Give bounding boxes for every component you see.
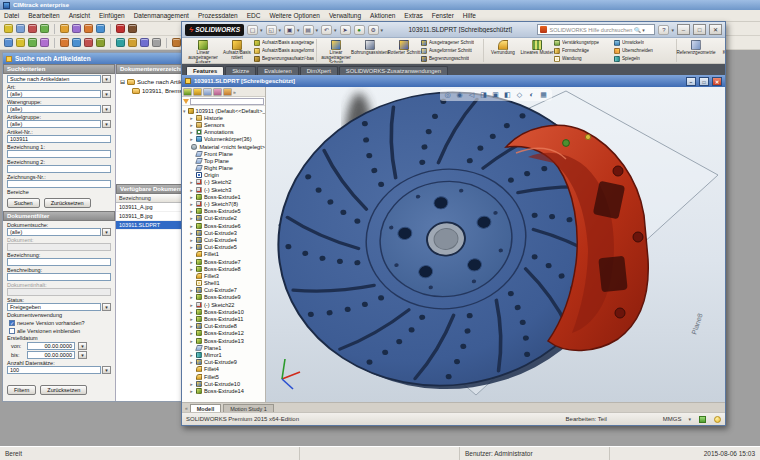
ribbon-button[interactable]: Wandung [554, 55, 614, 62]
help-search-box[interactable]: SOLIDWORKS Hilfe durchsuchen 🔍 ▾ [537, 24, 655, 35]
chevron-down-icon[interactable]: ▾ [642, 27, 645, 33]
tree-expander[interactable]: ▸ [189, 388, 194, 394]
tree-expander[interactable]: ▸ [189, 316, 194, 322]
toolbar-icon[interactable] [96, 38, 105, 47]
tree-expander[interactable]: ▸ [189, 194, 194, 200]
chevron-down-icon[interactable]: ▾ [102, 105, 111, 113]
ribbon-button[interactable]: Verstärkungsrippe [554, 39, 614, 46]
chevron-down-icon[interactable]: ▾ [102, 75, 111, 83]
tree-expander[interactable]: ▸ [189, 323, 194, 329]
tree-expander[interactable]: ▸ [189, 359, 194, 365]
chevron-down-icon[interactable]: ▾ [102, 120, 111, 128]
tab-motion-study-1[interactable]: Motion Study 1 [223, 404, 274, 412]
feature-tree-item[interactable]: ▸Cut-Extrude9 [182, 359, 265, 366]
ribbon-button[interactable]: Verrundung [486, 39, 520, 62]
feature-tree-item[interactable]: Fillet4 [182, 366, 265, 373]
ribbon-button[interactable]: Formschräge [554, 47, 614, 54]
feature-tree-item[interactable]: ▸Volumenkörper(36) [182, 136, 265, 143]
tree-expander[interactable]: ▸ [189, 136, 194, 142]
checkbox-icon[interactable] [9, 328, 15, 334]
options-icon[interactable]: ⚙ [368, 25, 379, 35]
tree-expander[interactable]: ▸ [189, 187, 194, 193]
new-document-icon[interactable]: ▢ [247, 25, 258, 35]
toolbar-icon[interactable] [152, 38, 161, 47]
tree-expander[interactable]: ▸ [189, 237, 194, 243]
toolbar-icon[interactable] [40, 38, 49, 47]
feature-tree-item[interactable]: ▸Boss-Extrude9 [182, 294, 265, 301]
feature-tree-item[interactable]: ▸Boss-Extrude14 [182, 387, 265, 394]
tab-dimxpert[interactable]: DimXpert [300, 66, 338, 75]
tree-expander[interactable]: ▸ [189, 266, 194, 272]
toolbar-icon[interactable] [72, 24, 81, 33]
tab-modell[interactable]: Modell [190, 404, 221, 412]
field-value[interactable] [7, 180, 111, 188]
save-icon[interactable]: ▣ [284, 25, 295, 35]
tree-expander[interactable]: ▸ [189, 287, 194, 293]
reset-button[interactable]: Zurücksetzen [44, 198, 91, 208]
undo-icon[interactable]: ↶ [321, 25, 332, 35]
tree-filter-input[interactable] [190, 98, 264, 105]
filter-funnel-icon[interactable] [183, 99, 189, 104]
feature-tree-item[interactable]: Shell1 [182, 280, 265, 287]
menu-item-fenster[interactable]: Fenster [432, 12, 454, 19]
field-value[interactable] [7, 165, 111, 173]
tab-solidworks-zusatzanwendungen[interactable]: SOLIDWORKS-Zusatzanwendungen [339, 66, 448, 75]
feature-tree-item[interactable]: ▸Annotations [182, 129, 265, 136]
feature-tree-item[interactable]: ▸Sensors [182, 121, 265, 128]
feature-tree-item[interactable]: ▸(-) Sketch7(8) [182, 200, 265, 207]
toolbar-icon[interactable] [84, 24, 93, 33]
close-button[interactable]: ✕ [709, 24, 722, 35]
menu-item-prozessdaten[interactable]: Prozessdaten [198, 12, 238, 19]
apply-scene-icon[interactable]: ▦ [539, 90, 549, 100]
tree-expander[interactable]: ▸ [189, 215, 194, 221]
records-value[interactable]: 100 [7, 366, 101, 374]
ribbon-button[interactable]: Bohrungsassistent [353, 39, 387, 62]
menu-item-weitere optionen[interactable]: Weitere Optionen [269, 12, 319, 19]
help-icon[interactable]: ? [658, 25, 669, 35]
ribbon-button[interactable]: Begrenzungsaufsatz/-basis [254, 55, 314, 62]
display-manager-tab-icon[interactable] [223, 88, 232, 96]
graphics-viewport[interactable]: ◎ ◉ ◁ ◨ ▣ ◧ ◇ ◐ ▦ [266, 87, 725, 402]
tree-expander[interactable]: ⊟ [120, 78, 125, 85]
feature-manager-tab-icon[interactable] [183, 88, 192, 96]
toolbar-icon[interactable] [4, 38, 13, 47]
tree-expander[interactable]: ▸ [189, 115, 194, 121]
doc-restore-button[interactable]: □ [699, 77, 709, 86]
tree-expander[interactable]: ▸ [189, 223, 194, 229]
select-icon[interactable]: ➤ [340, 25, 351, 35]
document-titlebar[interactable]: 103911.SLDPRT [Schreibgeschützt] – □ ✕ [182, 75, 725, 87]
feature-tree-item[interactable]: ▸Cut-Extrude3 [182, 229, 265, 236]
doc-close-button[interactable]: ✕ [712, 77, 722, 86]
feature-tree-item[interactable]: ▸Boss-Extrude5 [182, 208, 265, 215]
menu-item-aktionen[interactable]: Aktionen [370, 12, 395, 19]
feature-tree-item[interactable]: ▸Cut-Extrude7 [182, 287, 265, 294]
dimxpert-manager-tab-icon[interactable] [213, 88, 222, 96]
toolbar-icon[interactable] [60, 24, 69, 33]
ribbon-button[interactable]: Überschneiden [614, 47, 674, 54]
ribbon-button[interactable]: Linear ausgetragener Schnitt [319, 39, 353, 62]
3d-scene[interactable]: Plane8 [266, 87, 724, 400]
ribbon-button[interactable]: Aufsatz/Basis ausgeformt [254, 47, 314, 54]
menu-item-datei[interactable]: Datei [4, 12, 19, 19]
tree-expander[interactable]: ▸ [189, 294, 194, 300]
date-from-value[interactable]: 00.00.0000 [27, 342, 75, 350]
feature-tree-item[interactable]: ▸Cut-Extrude8 [182, 323, 265, 330]
doc-minimize-button[interactable]: – [686, 77, 696, 86]
feature-tree-item[interactable]: ▸Boss-Extrude8 [182, 265, 265, 272]
feature-tree-item[interactable]: ▸Cut-Extrude10 [182, 380, 265, 387]
more-tabs-icon[interactable]: » [233, 89, 236, 95]
feature-tree-item[interactable]: ▸Mirror1 [182, 351, 265, 358]
menu-item-einfügen[interactable]: Einfügen [99, 12, 125, 19]
ribbon-button[interactable]: Ausgeformter Schnitt [421, 47, 481, 54]
reset2-button[interactable]: Zurücksetzen [40, 385, 87, 395]
toolbar-icon[interactable] [28, 38, 37, 47]
checkbox-icon[interactable]: ✓ [9, 320, 15, 326]
tree-expander[interactable]: ▸ [189, 309, 194, 315]
configuration-manager-tab-icon[interactable] [203, 88, 212, 96]
chevron-down-icon[interactable]: ▾ [102, 228, 111, 236]
ribbon-button[interactable]: Aufsatz/Basis ausgetragen [254, 39, 314, 46]
feature-tree-item[interactable]: Fillet5 [182, 373, 265, 380]
tree-expander[interactable]: ▸ [189, 352, 194, 358]
toolbar-icon[interactable] [72, 38, 81, 47]
field-value[interactable]: (alle) [7, 228, 101, 236]
